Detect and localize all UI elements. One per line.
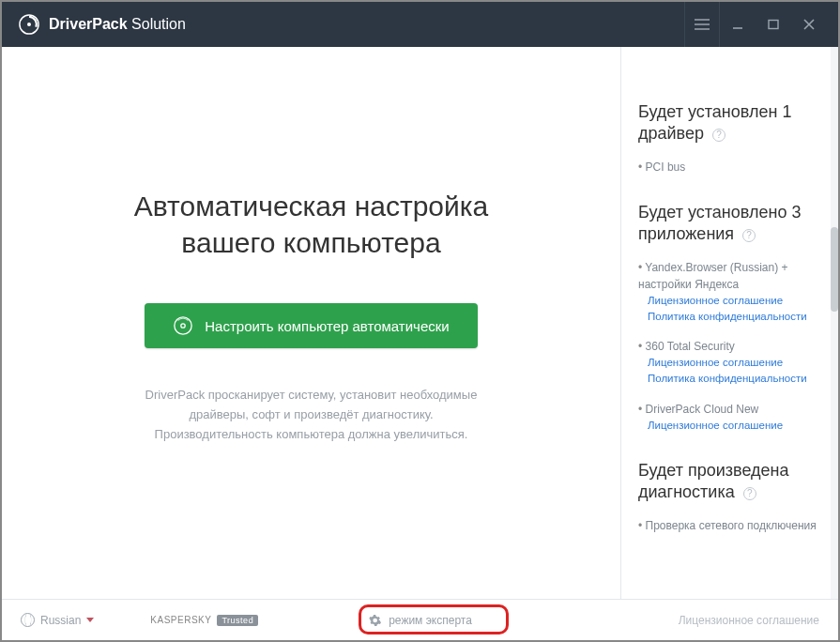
svg-point-3	[175, 317, 191, 334]
minimize-icon	[732, 19, 743, 30]
maximize-icon	[768, 19, 779, 30]
minimize-button[interactable]	[720, 2, 756, 47]
privacy-link[interactable]: Политика конфиденциальности	[648, 371, 821, 387]
help-icon[interactable]: ?	[743, 487, 756, 500]
language-label: Russian	[40, 614, 81, 627]
help-icon[interactable]: ?	[712, 129, 725, 142]
gear-icon	[368, 614, 381, 627]
diagnostics-section: Будет произведена диагностика ? Проверка…	[638, 460, 821, 534]
help-icon[interactable]: ?	[742, 229, 756, 242]
hamburger-menu-button[interactable]	[684, 2, 720, 47]
svg-point-4	[181, 324, 185, 328]
maximize-button[interactable]	[756, 2, 791, 47]
list-item: Проверка сетевого подключения	[638, 517, 821, 534]
drivers-heading: Будет установлен 1 драйвер ?	[638, 101, 821, 145]
license-link[interactable]: Лицензионное соглашение	[648, 418, 821, 434]
license-link[interactable]: Лицензионное соглашение	[648, 355, 821, 371]
configure-automatically-button[interactable]: Настроить компьютер автоматически	[145, 303, 477, 348]
apps-section: Будет установлено 3 приложения ? Yandex.…	[638, 202, 821, 434]
license-link[interactable]: Лицензионное соглашение	[648, 293, 821, 309]
globe-icon	[21, 613, 35, 627]
diagnostics-heading: Будет произведена диагностика ?	[638, 460, 821, 504]
titlebar: DriverPack Solution	[2, 2, 838, 47]
main-panel: Автоматическая настройка вашего компьюте…	[2, 47, 620, 599]
sidebar: Будет установлен 1 драйвер ? PCI bus Буд…	[620, 47, 838, 599]
hamburger-icon	[695, 19, 710, 30]
scrollbar-thumb[interactable]	[831, 227, 838, 312]
expert-mode-label: режим эксперта	[389, 614, 472, 627]
svg-point-1	[27, 23, 31, 26]
footer: Russian KASPERSKY Trusted режим эксперта…	[2, 599, 838, 640]
scrollbar-track[interactable]	[831, 47, 838, 599]
svg-rect-2	[769, 21, 778, 29]
apps-heading: Будет установлено 3 приложения ?	[638, 202, 821, 246]
close-icon	[803, 19, 815, 30]
drivers-section: Будет установлен 1 драйвер ? PCI bus	[638, 101, 821, 176]
list-item: PCI bus	[638, 159, 821, 176]
cta-label: Настроить компьютер автоматически	[205, 318, 449, 334]
app-logo: DriverPack Solution	[19, 14, 186, 35]
disc-icon	[173, 315, 193, 336]
privacy-link[interactable]: Политика конфиденциальности	[648, 309, 821, 325]
expert-mode-button[interactable]: режим эксперта	[351, 608, 489, 633]
list-item: Yandex.Browser (Russian) + настройки Янд…	[638, 259, 821, 326]
list-item: DriverPack Cloud New Лицензионное соглаш…	[638, 401, 821, 434]
kaspersky-trust-badge: KASPERSKY Trusted	[150, 615, 258, 626]
list-item: 360 Total Security Лицензионное соглашен…	[638, 338, 821, 388]
footer-license-link[interactable]: Лицензионное соглашение	[679, 614, 819, 627]
close-button[interactable]	[791, 2, 827, 47]
main-heading: Автоматическая настройка вашего компьюте…	[134, 188, 488, 261]
chevron-down-icon	[86, 618, 94, 622]
main-description: DriverPack просканирует систему, установ…	[145, 386, 478, 444]
driverpack-logo-icon	[19, 14, 39, 35]
language-selector[interactable]: Russian	[21, 613, 94, 627]
app-title: DriverPack Solution	[49, 16, 186, 33]
